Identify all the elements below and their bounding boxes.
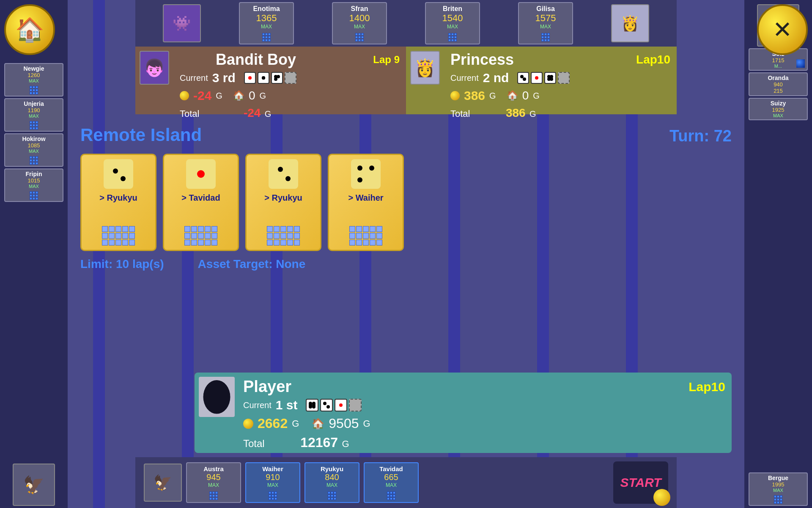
princess-avatar-top: 👸 [611, 4, 649, 42]
bandit-rank: 3 rd [212, 71, 236, 85]
card-die-4 [351, 159, 381, 189]
princess-money: 386 [464, 88, 485, 103]
player-name: Bergue [752, 475, 805, 481]
bottom-left-avatar-main: 🦅 [144, 464, 182, 502]
player-money: 2662 [258, 416, 288, 431]
player-gold: 910 [250, 472, 295, 482]
start-button[interactable]: START [613, 461, 668, 504]
player-name: Briten [430, 5, 475, 13]
bandit-rank-label: Current [180, 73, 208, 83]
player-house: 9505 [329, 416, 359, 431]
player-name: Austra [191, 465, 236, 472]
player-avatar [199, 377, 235, 417]
player-name: Hokirow [7, 135, 60, 142]
p-die-1 [517, 72, 529, 84]
bandit-avatar: 👦 [140, 51, 169, 85]
player-name: Unjeria [7, 100, 60, 107]
player-max: MAX [250, 482, 295, 488]
bandit-avatar-top: 👾 [163, 4, 201, 42]
player-gold: 945 [191, 472, 236, 482]
home-icon: 🏠 [15, 16, 44, 44]
bandit-lap: Lap 9 [373, 54, 400, 66]
left-player-newgie: Newgie 1260 MAX [4, 63, 63, 97]
princess-rank-label: Current [450, 73, 479, 83]
player-max: MAX [310, 482, 354, 488]
p-die-2 [531, 72, 543, 84]
pl-die-2 [320, 399, 333, 411]
player-name: Tavidad [369, 465, 414, 472]
card-die-1 [104, 159, 133, 189]
player-gold: 1365 [244, 13, 289, 24]
right-player-suizy: Suizy 1925 MAX [749, 98, 808, 120]
card-tavidad: > Tavidad [163, 154, 239, 251]
top-player-briten: Briten 1540 MAX [425, 2, 480, 44]
princess-panel: 👸 Princess Lap10 Current 2 nd [406, 47, 677, 114]
player-max: MAX [430, 24, 475, 30]
player-name: Player [243, 378, 291, 396]
bandit-house: 0 [249, 89, 255, 102]
top-players-row: 👾 Enotima 1365 MAX Sfran 1400 MAX Briten… [135, 0, 677, 47]
player-name: Ryukyu [310, 465, 354, 472]
player-panel: Player Lap10 Current 1 st [195, 373, 732, 453]
player-gold: 1400 [337, 13, 382, 24]
left-sidebar: Newgie 1260 MAX Unjeria 1190 MAX Hokirow… [0, 0, 68, 508]
close-button[interactable]: ✕ [757, 4, 808, 55]
card-label-3: > Ryukyu [264, 193, 302, 203]
player-max: MAX [191, 482, 236, 488]
player-gold: 1260 [7, 72, 60, 78]
right-player-oranda: Oranda 940 215 [749, 72, 808, 96]
die-2 [258, 72, 269, 84]
pl-die-1 [306, 399, 318, 411]
turn-info: Turn: 72 [669, 127, 732, 145]
asset-target: Asset Target: None [198, 257, 306, 271]
content-area: Remote Island Turn: 72 > Ryukyu [68, 116, 744, 457]
card-label-1: > Ryukyu [99, 193, 137, 203]
bottom-player-ryukyu: Ryukyu 840 MAX [304, 462, 359, 503]
card-ryukyu-2: > Ryukyu [245, 154, 321, 251]
p-die-3 [544, 72, 556, 84]
player-gold: 1995 [752, 481, 805, 488]
player-max: MAX [752, 488, 805, 493]
princess-lap: Lap10 [636, 53, 670, 66]
card-waiher: > Waiher [328, 154, 404, 251]
status-panels: 👦 Bandit Boy Lap 9 Current 3 rd [135, 47, 677, 114]
die-1 [244, 72, 256, 84]
player-name: Gilisa [523, 5, 568, 13]
card-ryukyu-1: > Ryukyu [80, 154, 156, 251]
player-max: MAX [7, 149, 60, 154]
player-gold: 1085 [7, 142, 60, 149]
player-rank: 1 st [276, 398, 298, 412]
player-sub: 215 [752, 88, 805, 94]
home-button[interactable]: 🏠 [4, 4, 55, 55]
pl-die-empty [349, 399, 362, 411]
right-player-bergue: Bergue 1995 MAX [749, 472, 808, 506]
right-sidebar: 🧙 Soiz 1715 M... Oranda 940 215 Suizy 19… [744, 0, 812, 508]
player-max: MAX [7, 113, 60, 119]
cards-row: > Ryukyu > Tavidad [80, 154, 732, 251]
player-max: MAX [337, 24, 382, 30]
pl-die-3 [335, 399, 347, 411]
player-name: Sfran [337, 5, 382, 13]
top-player-enotima: Enotima 1365 MAX [239, 2, 294, 44]
player-gold: 665 [369, 472, 414, 482]
bottom-player-tavidad: Tavidad 665 MAX [364, 462, 419, 503]
bandit-money: -24 [193, 88, 211, 103]
player-gold: 1925 [752, 107, 805, 113]
left-player-hokirow: Hokirow 1085 MAX [4, 133, 63, 167]
player-gold: 840 [310, 472, 354, 482]
top-player-sfran: Sfran 1400 MAX [332, 2, 387, 44]
player-max: MAX [369, 482, 414, 488]
bottom-player-austra: Austra 945 MAX [186, 462, 241, 503]
top-player-gilisa: Gilisa 1575 MAX [518, 2, 573, 44]
left-player-fripin: Fripin 1015 MAX [4, 168, 63, 202]
player-name: Suizy [752, 100, 805, 107]
player-max: MAX [244, 24, 289, 30]
die-empty [285, 72, 296, 84]
card-label-4: > Waiher [348, 193, 383, 203]
player-name: Fripin [7, 171, 60, 177]
player-name: Newgie [7, 65, 60, 72]
princess-name: Princess [450, 51, 514, 69]
player-gold: 1575 [523, 13, 568, 24]
player-name: Enotima [244, 5, 289, 13]
card-die-3 [269, 159, 298, 189]
